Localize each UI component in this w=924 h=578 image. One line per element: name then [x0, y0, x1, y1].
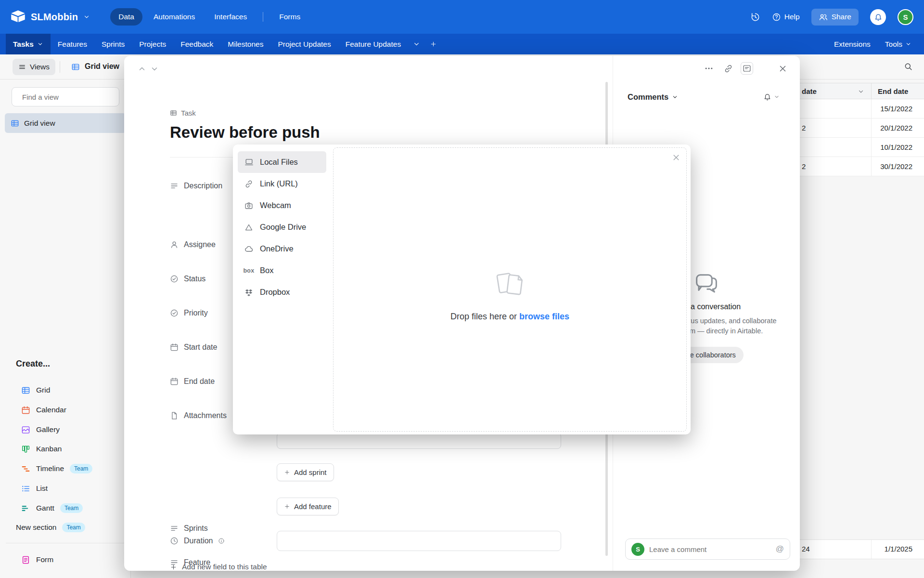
- create-grid[interactable]: Grid: [0, 381, 131, 399]
- notifications-button[interactable]: [870, 9, 886, 25]
- nav-interfaces[interactable]: Interfaces: [206, 8, 255, 26]
- kanban-icon: [21, 445, 30, 454]
- grid-header-end-date[interactable]: End date: [878, 87, 908, 95]
- tab-milestones[interactable]: Milestones: [220, 34, 270, 54]
- topbar-actions: Help Share S: [750, 9, 924, 26]
- field-end-date[interactable]: End date: [170, 373, 215, 390]
- nav-automations[interactable]: Automations: [145, 8, 203, 26]
- create-timeline[interactable]: Timeline Team: [0, 460, 131, 478]
- add-table-button[interactable]: [425, 34, 442, 54]
- history-icon[interactable]: [750, 12, 760, 22]
- table-row[interactable]: 24 1/1/2025: [794, 539, 924, 559]
- source-google-drive[interactable]: Google Drive: [238, 216, 326, 238]
- create-new-section[interactable]: New section Team: [0, 518, 131, 537]
- extensions-button[interactable]: Extensions: [834, 40, 871, 49]
- tab-project-updates[interactable]: Project Updates: [270, 34, 338, 54]
- add-feature-button[interactable]: Add feature: [277, 498, 339, 515]
- search-icon[interactable]: [904, 62, 913, 71]
- comments-notifications-button[interactable]: [763, 92, 780, 101]
- workspace-switcher[interactable]: SLMobbin: [0, 10, 90, 25]
- team-badge: Team: [60, 503, 83, 513]
- find-view-input[interactable]: [22, 93, 118, 101]
- attachments-input[interactable]: [277, 433, 561, 449]
- source-onedrive[interactable]: OneDrive: [238, 238, 326, 260]
- create-list[interactable]: List: [0, 479, 131, 498]
- google-drive-icon: [244, 223, 254, 232]
- grid-view-icon: [71, 63, 80, 71]
- source-local-files[interactable]: Local Files: [238, 151, 326, 173]
- table-row[interactable]: 15/1/2022: [794, 99, 924, 118]
- attachment-upload-dialog: Local Files Link (URL) Webcam Google Dri…: [233, 144, 691, 434]
- dropbox-icon: [244, 288, 254, 297]
- create-gallery[interactable]: Gallery: [0, 420, 131, 439]
- find-view-search[interactable]: [12, 87, 119, 106]
- grid-header-date[interactable]: date: [802, 87, 817, 95]
- sidebar-view-grid-view[interactable]: Grid view: [5, 113, 126, 133]
- laptop-icon: [244, 158, 254, 167]
- duration-input[interactable]: [277, 531, 561, 551]
- grid-header-row: date End date: [794, 83, 924, 99]
- timeline-icon: [21, 464, 30, 473]
- add-sprint-button[interactable]: Add sprint: [277, 463, 334, 481]
- chevron-down-icon[interactable]: [858, 88, 864, 95]
- nav-data[interactable]: Data: [110, 8, 142, 26]
- field-priority[interactable]: Priority: [170, 304, 208, 322]
- previous-record-button[interactable]: [136, 63, 148, 75]
- tab-feature-updates[interactable]: Feature Updates: [338, 34, 408, 54]
- chevron-down-icon: [774, 94, 780, 100]
- source-webcam[interactable]: Webcam: [238, 195, 326, 216]
- field-start-date[interactable]: Start date: [170, 339, 217, 356]
- record-title[interactable]: Review before push: [170, 123, 320, 142]
- create-form[interactable]: Form: [0, 551, 131, 569]
- tab-tasks[interactable]: Tasks: [6, 34, 51, 54]
- source-box[interactable]: box Box: [238, 260, 326, 281]
- comment-input[interactable]: [649, 545, 771, 553]
- single-select-icon: [170, 309, 179, 317]
- views-toggle-button[interactable]: Views: [13, 59, 55, 75]
- field-duration[interactable]: Duration: [170, 532, 225, 550]
- team-badge: Team: [70, 464, 92, 473]
- avatar[interactable]: S: [898, 9, 913, 25]
- chevron-down-icon: [150, 65, 159, 73]
- comments-header[interactable]: Comments: [628, 92, 678, 102]
- share-button[interactable]: Share: [811, 9, 859, 26]
- file-dropzone[interactable]: Drop files here or browse files: [333, 147, 687, 432]
- tab-sprints[interactable]: Sprints: [94, 34, 132, 54]
- grid-icon: [21, 386, 30, 395]
- tab-projects[interactable]: Projects: [132, 34, 173, 54]
- field-description[interactable]: Description: [170, 177, 222, 195]
- file-icon: [170, 411, 179, 420]
- nav-forms[interactable]: Forms: [271, 8, 308, 26]
- tab-feedback[interactable]: Feedback: [173, 34, 220, 54]
- chevron-up-icon: [138, 65, 146, 73]
- help-button[interactable]: Help: [772, 13, 800, 22]
- source-dropbox[interactable]: Dropbox: [238, 281, 326, 303]
- bell-icon: [763, 92, 771, 101]
- table-row[interactable]: 230/1/2022: [794, 157, 924, 176]
- field-status[interactable]: Status: [170, 270, 205, 288]
- create-gantt[interactable]: Gantt Team: [0, 499, 131, 517]
- sidebar-divider: [6, 543, 125, 543]
- add-field-button[interactable]: Add new field to this table: [170, 563, 267, 571]
- source-link-url[interactable]: Link (URL): [238, 173, 326, 195]
- more-tables-button[interactable]: [408, 34, 425, 54]
- current-view-name[interactable]: Grid view: [85, 62, 119, 71]
- create-calendar[interactable]: Calendar: [0, 401, 131, 419]
- table-row[interactable]: 10/1/2022: [794, 138, 924, 157]
- create-kanban[interactable]: Kanban: [0, 440, 131, 458]
- list-icon: [21, 484, 30, 493]
- table-tabbar: Tasks Features Sprints Projects Feedback…: [0, 34, 924, 54]
- comment-composer[interactable]: S @: [625, 539, 790, 560]
- chevron-down-icon: [905, 41, 911, 47]
- tools-button[interactable]: Tools: [885, 40, 911, 49]
- table-row[interactable]: 220/1/2022: [794, 118, 924, 138]
- next-record-button[interactable]: [148, 63, 161, 75]
- info-icon: [218, 538, 225, 544]
- browse-files-link[interactable]: browse files: [519, 312, 569, 321]
- chevron-down-icon: [37, 41, 43, 47]
- plus-icon: [284, 503, 290, 510]
- mention-icon[interactable]: @: [776, 544, 784, 554]
- field-attachments[interactable]: Attachments: [170, 407, 227, 424]
- field-assignee[interactable]: Assignee: [170, 236, 216, 253]
- tab-features[interactable]: Features: [51, 34, 94, 54]
